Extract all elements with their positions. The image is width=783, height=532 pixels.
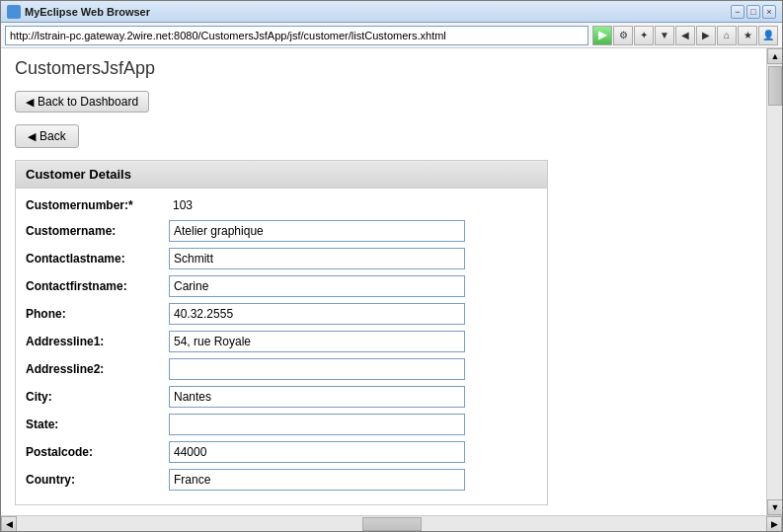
field-row: Addressline2: <box>26 358 537 380</box>
scroll-left-button[interactable]: ◀ <box>1 516 17 532</box>
field-label: Addressline2: <box>26 362 169 376</box>
field-input[interactable] <box>169 220 465 242</box>
home-button[interactable]: ⌂ <box>717 26 737 45</box>
window-title: MyEclipse Web Browser <box>25 6 731 18</box>
customer-details-panel: Customer Details Customernumber:*103Cust… <box>15 160 548 505</box>
field-input[interactable] <box>169 414 465 435</box>
window-controls: − □ × <box>731 5 776 19</box>
back-button[interactable]: ◀ Back <box>15 124 79 148</box>
field-input[interactable] <box>169 386 465 408</box>
back-nav-button[interactable]: ◀ <box>675 26 695 45</box>
back-label: Back <box>39 129 66 143</box>
field-row: Contactfirstname: <box>26 275 537 297</box>
field-label: Contactfirstname: <box>26 279 169 293</box>
field-input[interactable] <box>169 331 465 352</box>
field-row: Postalcode: <box>26 441 537 463</box>
scrollbar-track <box>767 64 782 499</box>
bottom-scrollbar: ◀ ▶ <box>1 515 782 531</box>
tools-button[interactable]: ✦ <box>634 26 654 45</box>
back-arrow: ◀ <box>28 130 36 143</box>
url-input[interactable] <box>5 26 588 45</box>
scrollbar-thumb[interactable] <box>768 66 782 106</box>
field-row: State: <box>26 414 537 435</box>
close-button[interactable]: × <box>762 5 776 19</box>
field-label: City: <box>26 390 169 404</box>
back-to-dashboard-arrow: ◀ <box>26 96 34 109</box>
nav-buttons: ▶ ⚙ ✦ ▼ ◀ ▶ ⌂ ★ 👤 <box>592 26 778 45</box>
field-row: Customername: <box>26 220 537 242</box>
scrollbar-container: CustomersJsfApp ◀ Back to Dashboard ◀ Ba… <box>1 48 782 515</box>
field-input[interactable] <box>169 275 465 297</box>
title-bar: MyEclipse Web Browser − □ × <box>1 1 782 23</box>
field-row: Country: <box>26 469 537 491</box>
details-body: Customernumber:*103Customername:Contactl… <box>16 189 547 504</box>
field-label: State: <box>26 418 169 431</box>
maximize-button[interactable]: □ <box>746 5 760 19</box>
window-frame: MyEclipse Web Browser − □ × ▶ ⚙ ✦ ▼ ◀ ▶ … <box>0 0 783 532</box>
field-row: Customernumber:*103 <box>26 196 537 214</box>
dropdown-button[interactable]: ▼ <box>655 26 674 45</box>
bottom-scrollbar-thumb[interactable] <box>362 517 422 531</box>
bookmark-button[interactable]: ★ <box>738 26 757 45</box>
app-area: CustomersJsfApp ◀ Back to Dashboard ◀ Ba… <box>1 48 782 531</box>
field-label: Addressline1: <box>26 335 169 348</box>
field-label: Contactlastname: <box>26 252 169 266</box>
content-area: CustomersJsfApp ◀ Back to Dashboard ◀ Ba… <box>1 48 766 515</box>
field-label: Customername: <box>26 224 169 238</box>
go-button[interactable]: ▶ <box>592 26 612 45</box>
field-row: City: <box>26 386 537 408</box>
back-to-dashboard-label: Back to Dashboard <box>38 95 138 109</box>
field-input[interactable] <box>169 469 465 491</box>
scroll-up-button[interactable]: ▲ <box>767 48 782 64</box>
forward-nav-button[interactable]: ▶ <box>696 26 716 45</box>
field-input[interactable] <box>169 303 465 325</box>
field-row: Contactlastname: <box>26 248 537 269</box>
field-static-value: 103 <box>169 196 196 214</box>
address-bar: ▶ ⚙ ✦ ▼ ◀ ▶ ⌂ ★ 👤 <box>1 23 782 48</box>
field-label: Customernumber:* <box>26 198 169 212</box>
field-row: Addressline1: <box>26 331 537 352</box>
minimize-button[interactable]: − <box>731 5 744 19</box>
bottom-scrollbar-track <box>17 516 766 532</box>
field-input[interactable] <box>169 358 465 380</box>
refresh-button[interactable]: ⚙ <box>613 26 633 45</box>
page-content: CustomersJsfApp ◀ Back to Dashboard ◀ Ba… <box>1 48 766 515</box>
field-row: Phone: <box>26 303 537 325</box>
back-to-dashboard-button[interactable]: ◀ Back to Dashboard <box>15 91 149 113</box>
details-header: Customer Details <box>16 161 547 189</box>
user-button[interactable]: 👤 <box>758 26 778 45</box>
scroll-right-button[interactable]: ▶ <box>766 516 782 532</box>
field-input[interactable] <box>169 441 465 463</box>
field-label: Postalcode: <box>26 445 169 459</box>
browser-icon <box>7 5 21 19</box>
right-scrollbar: ▲ ▼ <box>766 48 782 515</box>
app-title: CustomersJsfApp <box>15 58 752 79</box>
field-input[interactable] <box>169 248 465 269</box>
scroll-down-button[interactable]: ▼ <box>767 499 782 515</box>
field-label: Country: <box>26 473 169 487</box>
field-label: Phone: <box>26 307 169 321</box>
